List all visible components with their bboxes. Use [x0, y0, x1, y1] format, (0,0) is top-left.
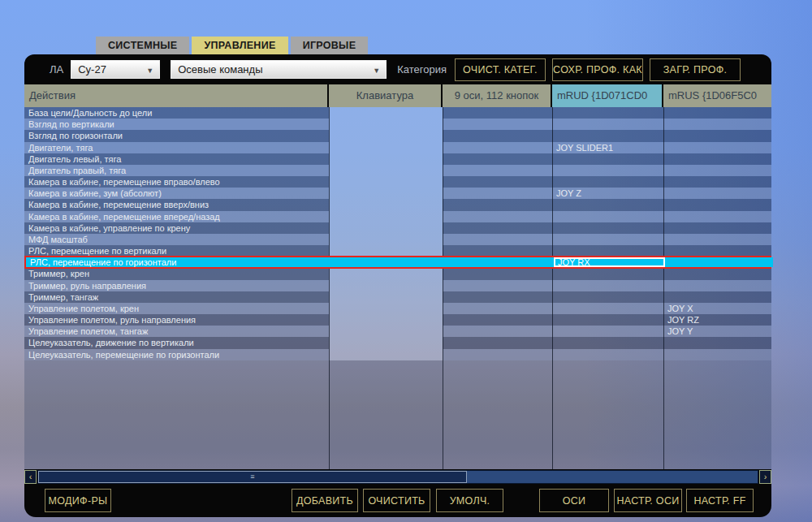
table-row[interactable]: Триммер, крен	[24, 268, 771, 279]
table-row[interactable]: Двигатели, тягаJOY SLIDER1	[24, 142, 771, 153]
action-cell[interactable]: Камера в кабине, зум (абсолют)	[24, 188, 329, 199]
joystick-binding-cell[interactable]	[443, 142, 552, 153]
command-filter-select[interactable]: Осевые команды ▼	[171, 60, 387, 79]
keyboard-binding-cell[interactable]	[329, 349, 443, 360]
action-cell[interactable]: МФД масштаб	[24, 234, 329, 245]
keyboard-binding-cell[interactable]	[329, 119, 443, 130]
keyboard-binding-cell[interactable]	[329, 326, 443, 337]
mrud-binding-cell[interactable]	[552, 337, 663, 348]
column-header-mrud[interactable]: mRUD {1D071CD0	[552, 84, 662, 107]
table-row[interactable]: Двигатель правый, тяга	[24, 165, 771, 176]
mrud-binding-cell[interactable]	[552, 280, 663, 291]
joystick-binding-cell[interactable]	[443, 199, 552, 210]
keyboard-binding-cell[interactable]	[329, 280, 443, 291]
mrud-binding-cell[interactable]	[552, 222, 663, 234]
joystick-binding-cell[interactable]	[443, 326, 552, 337]
mrud-binding-cell[interactable]	[552, 245, 663, 257]
ff-tune-button[interactable]: НАСТР. FF	[686, 489, 754, 512]
mrud-binding-cell[interactable]: JOY SLIDER1	[552, 142, 663, 153]
column-header-mrus[interactable]: mRUS {1D06F5C0	[663, 84, 771, 107]
mrud-binding-cell[interactable]	[552, 211, 663, 222]
action-cell[interactable]: Взгляд по вертикали	[24, 119, 329, 130]
action-cell[interactable]: Взгляд по горизонтали	[24, 130, 329, 141]
scroll-right-arrow-icon[interactable]: ›	[759, 470, 771, 484]
mrus-binding-cell[interactable]	[663, 211, 771, 222]
mrud-binding-cell[interactable]	[552, 326, 663, 337]
modifiers-button[interactable]: МОДИФ-РЫ	[45, 489, 111, 512]
table-row[interactable]: Камера в кабине, перемещение вверх/вниз	[24, 199, 771, 210]
keyboard-binding-cell[interactable]	[329, 291, 443, 303]
mrus-binding-cell[interactable]	[663, 153, 771, 165]
mrus-binding-cell[interactable]	[663, 165, 771, 176]
action-cell[interactable]: Триммер, руль направления	[24, 280, 329, 291]
scrollbar-track[interactable]: ≡	[37, 470, 758, 484]
joystick-binding-cell[interactable]	[443, 337, 552, 348]
mrud-binding-cell[interactable]	[552, 176, 663, 188]
keyboard-binding-cell[interactable]	[329, 142, 443, 153]
mrus-binding-cell[interactable]	[663, 188, 771, 199]
table-row[interactable]: Камера в кабине, управление по крену	[24, 222, 771, 234]
action-cell[interactable]: РЛС, перемещение по вертикали	[24, 245, 329, 257]
action-cell[interactable]: Двигатель левый, тяга	[24, 153, 329, 165]
table-row[interactable]: Управление полетом, руль направленияJOY …	[24, 314, 771, 326]
action-cell[interactable]: Управление полетом, крен	[24, 303, 329, 314]
mrus-binding-cell[interactable]	[663, 349, 771, 360]
mrud-binding-cell[interactable]	[552, 349, 663, 360]
action-cell[interactable]: Камера в кабине, перемещение вверх/вниз	[24, 199, 329, 210]
joystick-binding-cell[interactable]	[443, 291, 552, 303]
keyboard-binding-cell[interactable]	[329, 337, 443, 348]
column-header-actions[interactable]: Действия	[24, 84, 327, 107]
mrus-binding-cell[interactable]	[663, 176, 771, 188]
table-row[interactable]: Взгляд по горизонтали	[24, 130, 771, 141]
keyboard-binding-cell[interactable]	[329, 107, 443, 119]
add-button[interactable]: ДОБАВИТЬ	[292, 489, 358, 512]
scrollbar-thumb[interactable]: ≡	[38, 471, 467, 483]
keyboard-binding-cell[interactable]	[329, 268, 443, 279]
action-cell[interactable]: Двигатели, тяга	[24, 142, 329, 153]
mrud-binding-cell[interactable]	[552, 234, 663, 245]
aircraft-select[interactable]: Су-27 ▼	[71, 60, 160, 79]
tab-item[interactable]: ИГРОВЫЕ	[291, 37, 369, 54]
joystick-binding-cell[interactable]	[443, 188, 552, 199]
action-cell[interactable]: Двигатель правый, тяга	[24, 165, 329, 176]
mrud-binding-cell[interactable]	[552, 314, 663, 326]
action-cell[interactable]: Управление полетом, руль направления	[24, 314, 329, 326]
tab-active-item[interactable]: УПРАВЛЕНИЕ	[192, 37, 287, 54]
default-button[interactable]: УМОЛЧ.	[436, 489, 503, 512]
action-cell[interactable]: Управление полетом, тангаж	[24, 326, 329, 337]
joystick-binding-cell[interactable]	[443, 314, 552, 326]
table-row[interactable]: Триммер, руль направления	[24, 280, 771, 291]
keyboard-binding-cell[interactable]	[329, 234, 443, 245]
mrus-binding-cell[interactable]: JOY RZ	[663, 314, 771, 326]
joystick-binding-cell[interactable]	[443, 153, 552, 165]
joystick-binding-cell[interactable]	[443, 349, 552, 360]
action-cell[interactable]: Камера в кабине, перемещение вперед/наза…	[24, 211, 329, 222]
table-row[interactable]: Триммер, тангаж	[24, 291, 771, 303]
table-row[interactable]: Управление полетом, тангажJOY Y	[24, 326, 771, 337]
joystick-binding-cell[interactable]	[443, 119, 552, 130]
mrus-binding-cell[interactable]	[663, 245, 771, 257]
clear-category-button[interactable]: ОЧИСТ. КАТЕГ.	[455, 58, 546, 81]
action-cell[interactable]: Камера в кабине, перемещение вправо/влев…	[24, 176, 329, 188]
table-row[interactable]: Камера в кабине, перемещение вправо/влев…	[24, 176, 771, 188]
keyboard-binding-cell[interactable]	[329, 245, 443, 257]
keyboard-binding-cell[interactable]	[329, 199, 443, 210]
mrud-binding-cell[interactable]: JOY RX	[554, 257, 665, 267]
table-row[interactable]: Двигатель левый, тяга	[24, 153, 771, 165]
mrus-binding-cell[interactable]	[663, 119, 771, 130]
keyboard-binding-cell[interactable]	[329, 222, 443, 234]
clear-button[interactable]: ОЧИСТИТЬ	[363, 489, 430, 512]
mrud-binding-cell[interactable]	[552, 119, 663, 130]
keyboard-binding-cell[interactable]	[329, 130, 443, 141]
mrus-binding-cell[interactable]: JOY X	[663, 303, 771, 314]
joystick-binding-cell[interactable]	[443, 176, 552, 188]
tab-item[interactable]: СИСТЕМНЫЕ	[96, 37, 189, 54]
column-header-joystick[interactable]: 9 оси, 112 кнопок	[443, 84, 551, 107]
save-profile-as-button[interactable]: СОХР. ПРОФ. КАК	[552, 58, 643, 81]
keyboard-binding-cell[interactable]	[329, 176, 443, 188]
action-cell[interactable]: Целеуказатель, движение по вертикали	[24, 337, 329, 348]
axis-commands-button[interactable]: ОСИ	[539, 489, 609, 512]
axis-tune-button[interactable]: НАСТР. ОСИ	[614, 489, 682, 512]
table-row[interactable]: МФД масштаб	[24, 234, 771, 245]
table-row[interactable]: РЛС, перемещение по вертикали	[24, 245, 771, 257]
